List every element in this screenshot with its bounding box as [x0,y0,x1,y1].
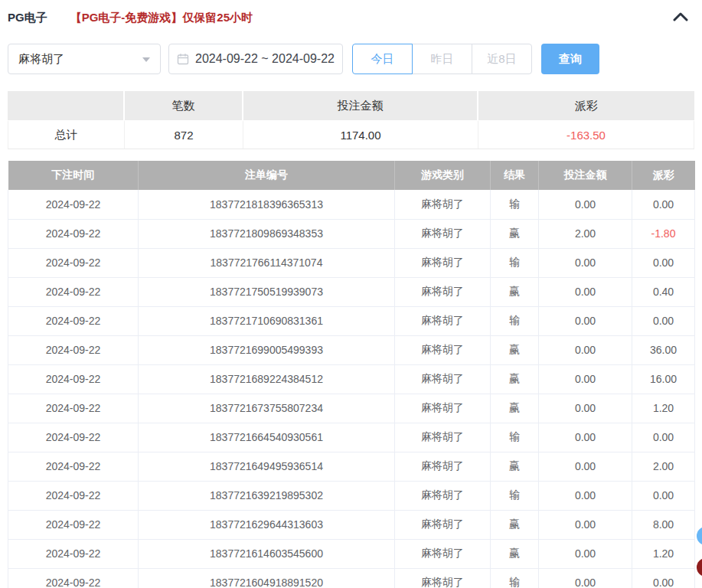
summary-col-header: 派彩 [478,91,694,120]
bet-id: 1837721649495936514 [139,452,395,481]
bet-amount: 0.00 [539,423,632,452]
summary-count: 872 [125,120,243,149]
table-row: 2024-09-221837721639219895302麻将胡了输0.000.… [8,481,695,510]
page-title: PG电子 [8,11,47,25]
bet-amount: 0.00 [539,277,632,306]
game-select[interactable]: 麻将胡了 [8,44,161,74]
bet-amount: 0.00 [539,190,632,219]
result: 输 [491,568,539,588]
table-row: 2024-09-221837721710690831361麻将胡了输0.000.… [8,306,695,335]
calendar-icon [177,53,189,65]
game-type: 麻将胡了 [395,539,491,568]
summary-table: 笔数投注金额派彩 总计 872 1174.00 -163.50 [8,91,694,149]
bet-date: 2024-09-22 [8,452,139,481]
bet-date: 2024-09-22 [8,277,139,306]
result: 输 [491,423,539,452]
bet-date: 2024-09-22 [8,394,139,423]
result: 输 [491,481,539,510]
bet-amount: 0.00 [539,481,632,510]
quick-range-button[interactable]: 昨日 [412,44,472,74]
collapse-button[interactable] [673,11,688,21]
summary-total-row: 总计 872 1174.00 -163.50 [8,120,694,149]
result: 赢 [491,277,539,306]
table-row: 2024-09-221837721673755807234麻将胡了赢0.001.… [8,394,695,423]
chevron-down-icon [142,57,150,62]
table-row: 2024-09-221837721629644313603麻将胡了赢0.008.… [8,510,695,539]
summary-col-header: 投注金额 [243,91,478,120]
table-row: 2024-09-221837721614603545600麻将胡了赢0.001.… [8,539,695,568]
bet-amount: 2.00 [539,219,632,248]
table-row: 2024-09-221837721750519939073麻将胡了赢0.000.… [8,277,695,306]
quick-range-button[interactable]: 近8日 [472,44,532,74]
result: 赢 [491,394,539,423]
bet-date: 2024-09-22 [8,481,139,510]
quick-range-button[interactable]: 今日 [352,44,413,74]
chevron-up-icon [673,12,688,24]
bet-date: 2024-09-22 [8,248,139,277]
table-row: 2024-09-221837721809869348353麻将胡了赢2.00-1… [8,219,695,248]
result: 赢 [491,510,539,539]
bet-amount: 0.00 [539,306,632,335]
payout: 8.00 [632,510,695,539]
bet-id: 1837721664540930561 [139,423,395,452]
bet-id: 1837721639219895302 [139,481,395,510]
bet-id: 1837721809869348353 [139,219,395,248]
payout: 0.00 [632,481,695,510]
table-row: 2024-09-221837721649495936514麻将胡了赢0.002.… [8,452,695,481]
filter-bar: 麻将胡了 2024-09-22 ~ 2024-09-22 今日昨日近8日 查询 [8,44,694,74]
table-row: 2024-09-221837721766114371074麻将胡了输0.000.… [8,248,695,277]
bet-amount: 0.00 [539,248,632,277]
result: 赢 [491,452,539,481]
game-type: 麻将胡了 [395,335,491,364]
date-range-input[interactable]: 2024-09-22 ~ 2024-09-22 [168,44,343,74]
payout: 0.00 [632,248,695,277]
search-button[interactable]: 查询 [541,44,599,74]
bets-col-header: 结果 [491,161,539,190]
bet-amount: 0.00 [539,510,632,539]
bet-amount: 0.00 [539,568,632,588]
game-type: 麻将胡了 [395,481,491,510]
date-range-value: 2024-09-22 ~ 2024-09-22 [195,52,335,66]
quick-range-group: 今日昨日近8日 [352,44,532,74]
game-type: 麻将胡了 [395,219,491,248]
bet-date: 2024-09-22 [8,335,139,364]
game-type: 麻将胡了 [395,306,491,335]
bet-id: 1837721818396365313 [139,190,395,219]
payout: -1.80 [632,219,695,248]
table-row: 2024-09-221837721689224384512麻将胡了赢0.0016… [8,364,695,394]
bet-id: 1837721604918891520 [139,568,395,588]
bets-table: 下注时间注单编号游戏类别结果投注金额派彩 2024-09-22183772181… [8,161,695,588]
bets-table-header-row: 下注时间注单编号游戏类别结果投注金额派彩 [8,161,695,190]
summary-corner-cell [8,91,125,120]
payout: 0.00 [632,568,695,588]
payout: 1.20 [632,394,695,423]
bet-amount: 0.00 [539,452,632,481]
bet-date: 2024-09-22 [8,364,139,394]
bets-col-header: 注单编号 [139,161,395,190]
result: 输 [491,248,539,277]
game-type: 麻将胡了 [395,568,491,588]
game-type: 麻将胡了 [395,190,491,219]
game-type: 麻将胡了 [395,248,491,277]
bet-id: 1837721629644313603 [139,510,395,539]
summary-total-label: 总计 [8,120,125,149]
table-row: 2024-09-221837721818396365313麻将胡了输0.000.… [8,190,695,219]
game-type: 麻将胡了 [395,423,491,452]
bet-date: 2024-09-22 [8,219,139,248]
game-type: 麻将胡了 [395,394,491,423]
game-type: 麻将胡了 [395,510,491,539]
payout: 0.00 [632,423,695,452]
game-type: 麻将胡了 [395,364,491,394]
bets-col-header: 投注金额 [539,161,632,190]
result: 赢 [491,219,539,248]
bet-id: 1837721766114371074 [139,248,395,277]
bet-id: 1837721614603545600 [139,539,395,568]
summary-header-row: 笔数投注金额派彩 [8,91,694,120]
panel-header: PG电子 【PG电子-免费游戏】仅保留25小时 [8,0,694,35]
retention-notice: 【PG电子-免费游戏】仅保留25小时 [70,11,253,25]
bet-date: 2024-09-22 [8,510,139,539]
bet-date: 2024-09-22 [8,539,139,568]
summary-bet-amount: 1174.00 [243,120,478,149]
bet-amount: 0.00 [539,539,632,568]
result: 赢 [491,539,539,568]
